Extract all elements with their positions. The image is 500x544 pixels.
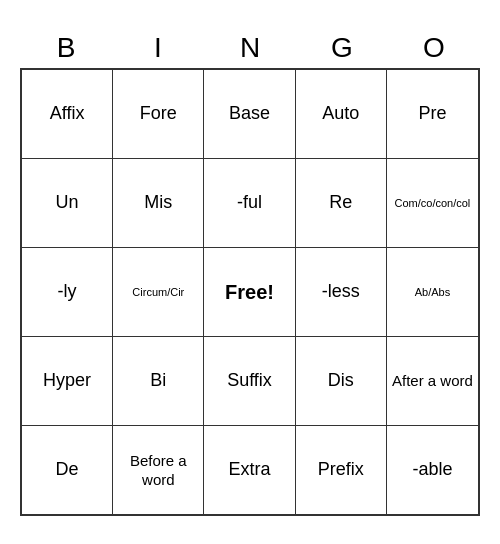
bingo-cell-2-0: -ly: [22, 248, 113, 336]
header-letter-b: B: [20, 28, 112, 68]
bingo-cell-3-1: Bi: [113, 337, 204, 425]
bingo-row-4: DeBefore a wordExtraPrefix-able: [22, 426, 478, 514]
bingo-cell-4-2: Extra: [204, 426, 295, 514]
header-letter-n: N: [204, 28, 296, 68]
bingo-cell-4-3: Prefix: [296, 426, 387, 514]
bingo-cell-2-1: Circum/Cir: [113, 248, 204, 336]
bingo-cell-3-3: Dis: [296, 337, 387, 425]
bingo-cell-0-4: Pre: [387, 70, 478, 158]
bingo-cell-4-0: De: [22, 426, 113, 514]
bingo-cell-1-2: -ful: [204, 159, 295, 247]
bingo-cell-0-2: Base: [204, 70, 295, 158]
bingo-cell-1-0: Un: [22, 159, 113, 247]
bingo-cell-0-3: Auto: [296, 70, 387, 158]
bingo-grid: AffixForeBaseAutoPreUnMis-fulReCom/co/co…: [20, 68, 480, 516]
header-letter-g: G: [296, 28, 388, 68]
bingo-row-2: -lyCircum/CirFree!-lessAb/Abs: [22, 248, 478, 337]
bingo-cell-2-2: Free!: [204, 248, 295, 336]
bingo-cell-1-1: Mis: [113, 159, 204, 247]
bingo-cell-2-4: Ab/Abs: [387, 248, 478, 336]
bingo-cell-1-3: Re: [296, 159, 387, 247]
bingo-cell-4-4: -able: [387, 426, 478, 514]
bingo-cell-3-0: Hyper: [22, 337, 113, 425]
bingo-cell-3-2: Suffix: [204, 337, 295, 425]
bingo-row-1: UnMis-fulReCom/co/con/col: [22, 159, 478, 248]
bingo-row-3: HyperBiSuffixDisAfter a word: [22, 337, 478, 426]
header-letter-i: I: [112, 28, 204, 68]
bingo-cell-4-1: Before a word: [113, 426, 204, 514]
bingo-card: BINGO AffixForeBaseAutoPreUnMis-fulReCom…: [10, 18, 490, 526]
bingo-row-0: AffixForeBaseAutoPre: [22, 70, 478, 159]
bingo-cell-0-0: Affix: [22, 70, 113, 158]
bingo-cell-2-3: -less: [296, 248, 387, 336]
bingo-cell-3-4: After a word: [387, 337, 478, 425]
bingo-cell-1-4: Com/co/con/col: [387, 159, 478, 247]
bingo-header: BINGO: [20, 28, 480, 68]
bingo-cell-0-1: Fore: [113, 70, 204, 158]
header-letter-o: O: [388, 28, 480, 68]
